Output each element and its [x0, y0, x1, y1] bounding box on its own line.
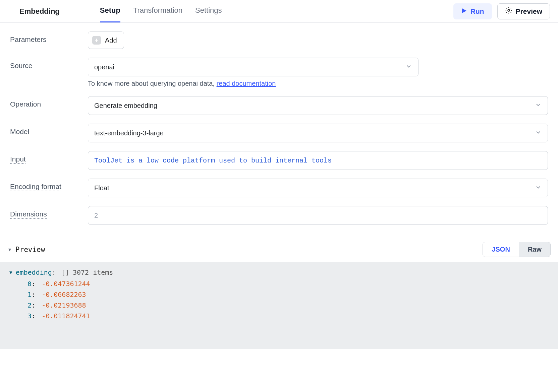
source-helper-text: To know more about querying openai data,: [88, 80, 217, 87]
run-button[interactable]: Run: [453, 3, 492, 19]
preview-body: ▼ embedding: [] 3072 items 0: -0.0473612…: [0, 262, 558, 349]
view-json-button[interactable]: JSON: [483, 242, 519, 257]
svg-line-5: [506, 8, 506, 8]
header-actions: Run Preview: [453, 3, 550, 19]
operation-label: Operation: [10, 96, 88, 108]
operation-value: Generate embedding: [94, 102, 157, 110]
plus-icon: +: [92, 36, 101, 45]
chevron-down-icon: [405, 63, 412, 71]
dimensions-placeholder: 2: [94, 212, 98, 219]
json-value: -0.011824741: [42, 312, 90, 320]
model-select[interactable]: text-embedding-3-large: [88, 124, 548, 142]
source-label: Source: [10, 58, 88, 70]
preview-section-label: Preview: [15, 246, 45, 254]
form-area: Parameters + Add Source openai To know m…: [0, 23, 558, 237]
source-doc-link[interactable]: read documentation: [217, 80, 276, 87]
encoding-label: Encoding format: [10, 183, 61, 190]
model-label: Model: [10, 124, 88, 136]
json-item: 3: -0.011824741: [27, 312, 549, 320]
json-value: -0.02193688: [42, 301, 86, 309]
view-toggle: JSON Raw: [483, 242, 551, 257]
add-parameter-button[interactable]: + Add: [88, 31, 124, 49]
json-root-key: embedding:: [15, 268, 58, 276]
preview-header: ▼ Preview JSON Raw: [0, 237, 558, 262]
svg-line-6: [511, 8, 511, 8]
svg-line-8: [511, 12, 511, 13]
tab-setup[interactable]: Setup: [100, 0, 120, 22]
model-value: text-embedding-3-large: [94, 129, 164, 137]
source-helper: To know more about querying openai data,…: [88, 80, 548, 87]
view-raw-button[interactable]: Raw: [519, 242, 550, 257]
json-index: 0:: [27, 280, 38, 288]
parameters-label: Parameters: [10, 31, 88, 44]
operation-select[interactable]: Generate embedding: [88, 96, 548, 115]
preview-section: ▼ Preview JSON Raw ▼ embedding: [] 3072 …: [0, 237, 558, 349]
caret-down-icon[interactable]: ▼: [7, 247, 12, 252]
tab-settings[interactable]: Settings: [195, 0, 222, 22]
json-root-type: []: [61, 268, 69, 276]
preview-button[interactable]: Preview: [497, 3, 550, 19]
source-select[interactable]: openai: [88, 58, 418, 76]
play-icon: [461, 7, 467, 15]
caret-down-icon: ▼: [9, 270, 12, 275]
json-item: 2: -0.02193688: [27, 301, 549, 309]
dimensions-field[interactable]: 2: [88, 206, 548, 225]
encoding-value: Float: [94, 184, 109, 192]
input-label: Input: [10, 155, 26, 163]
json-value: -0.047361244: [42, 280, 90, 288]
header-bar: Embedding Setup Transformation Settings …: [0, 0, 558, 23]
chevron-down-icon: [535, 102, 542, 110]
input-value: ToolJet is a low code platform used to b…: [94, 157, 332, 165]
json-root-row[interactable]: ▼ embedding: [] 3072 items: [9, 268, 549, 276]
json-index: 1:: [27, 290, 38, 299]
add-parameter-label: Add: [105, 37, 117, 44]
encoding-select[interactable]: Float: [88, 179, 548, 197]
svg-point-0: [508, 9, 510, 11]
chevron-down-icon: [535, 184, 542, 192]
chevron-down-icon: [535, 129, 542, 137]
input-field[interactable]: ToolJet is a low code platform used to b…: [88, 151, 548, 170]
json-item: 1: -0.06682263: [27, 290, 549, 299]
json-value: -0.06682263: [42, 290, 86, 299]
json-item-count: 3072 items: [73, 268, 113, 276]
svg-line-7: [506, 12, 506, 13]
json-index: 3:: [27, 312, 38, 320]
json-children: 0: -0.047361244 1: -0.06682263 2: -0.021…: [9, 280, 549, 320]
json-index: 2:: [27, 301, 38, 309]
dimensions-label: Dimensions: [10, 210, 47, 218]
json-item: 0: -0.047361244: [27, 280, 549, 288]
run-button-label: Run: [470, 7, 484, 15]
page-title: Embedding: [19, 7, 60, 16]
source-value: openai: [94, 63, 114, 71]
tabs: Setup Transformation Settings: [100, 0, 222, 22]
preview-button-label: Preview: [516, 7, 542, 15]
tab-transformation[interactable]: Transformation: [133, 0, 182, 22]
eye-icon: [505, 7, 512, 16]
